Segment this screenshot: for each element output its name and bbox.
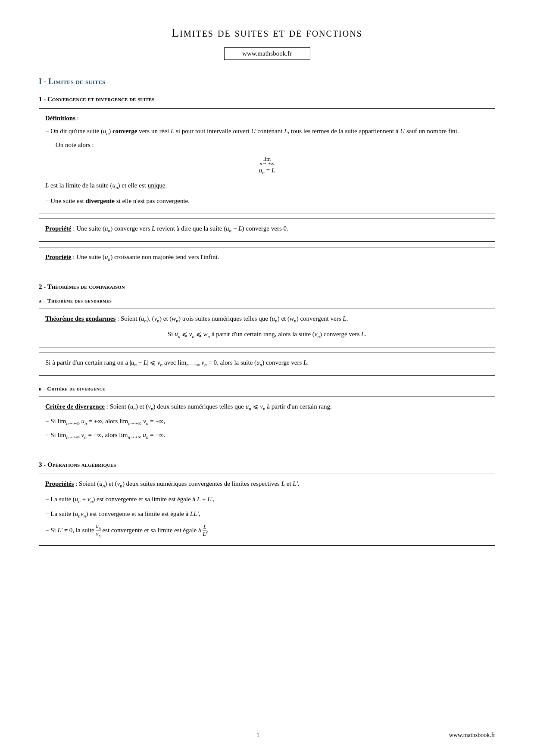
def-note: On note alors : <box>56 140 489 150</box>
section-1-title: I - Limites de suites <box>39 77 495 86</box>
subsection-3: 3 - Opérations algébriques Propriétés : … <box>39 461 495 546</box>
main-title: Limites de suites et de fonctions <box>39 26 495 40</box>
website-link[interactable]: www.mathsbook.fr <box>224 47 310 60</box>
gendarmes-box: Théorème des gendarmes : Soient (un), (v… <box>39 309 495 347</box>
operations-label: Propriétés <box>45 480 74 487</box>
gendarmes-header: Théorème des gendarmes : Soient (un), (v… <box>45 313 489 325</box>
prop2-text: Propriété : Une suite (un) croissante no… <box>45 252 489 263</box>
op-prop-b: − La suite (unvn) est convergente et sa … <box>45 509 489 520</box>
subsubsection-b-title: b - Critère de divergence <box>39 385 495 392</box>
divergence-header: Critère de divergence : Soient (un) et (… <box>45 401 489 412</box>
prop1-label: Propriété <box>45 225 72 232</box>
footer-website: www.mathsbook.fr <box>449 732 495 739</box>
operations-box: Propriétés : Soient (un) et (vn) deux su… <box>39 474 495 546</box>
prop2-label: Propriété <box>45 253 72 260</box>
subsection-2-title: 2 - Théorèmes de comparaison <box>39 283 495 291</box>
gendarmes-body1: Si un ⩽ vn ⩽ wn à partir d'un certain ra… <box>45 329 489 340</box>
divergence-crit2: − Si limn→+∞ vn = −∞, alors limn→+∞ un =… <box>45 430 489 441</box>
prop2-box: Propriété : Une suite (un) croissante no… <box>39 247 495 270</box>
divergence-box: Critère de divergence : Soient (un) et (… <box>39 397 495 448</box>
subsection-1-title: 1 - Convergence et divergence de suites <box>39 96 495 103</box>
prop1-box: Propriété : Une suite (un) converge vers… <box>39 219 495 242</box>
gendarmes-body2: Si à partir d'un certain rang on a |un −… <box>45 357 489 369</box>
definitions-header: Définitions : <box>45 113 489 123</box>
footer-page: 1 <box>256 732 259 739</box>
subsubsection-a-title: a - Théorème des gendarmes <box>39 297 495 304</box>
footer: placeholder 1 www.mathsbook.fr <box>0 732 534 739</box>
subsection-3-title: 3 - Opérations algébriques <box>39 461 495 469</box>
op-prop-c: − Si L′ ≠ 0, la suite un vn est converge… <box>45 523 489 538</box>
gendarmes-label: Théorème des gendarmes <box>45 315 116 322</box>
subsubsection-a: a - Théorème des gendarmes Théorème des … <box>39 297 495 376</box>
def-uniqueness: L est la limite de la suite (un) et elle… <box>45 180 489 191</box>
definitions-box: Définitions : − On dit qu'une suite (un)… <box>39 108 495 213</box>
divergence-crit1: − Si limn→+∞ un = +∞, alors limn→+∞ vn =… <box>45 416 489 427</box>
subsection-2: 2 - Théorèmes de comparaison a - Théorèm… <box>39 283 495 448</box>
def-convergence: − On dit qu'une suite (un) converge vers… <box>45 126 489 137</box>
definitions-label: Définitions <box>45 115 75 122</box>
section-1: I - Limites de suites 1 - Convergence et… <box>39 77 495 546</box>
gendarmes-box2: Si à partir d'un certain rang on a |un −… <box>39 353 495 376</box>
subsection-1: 1 - Convergence et divergence de suites … <box>39 96 495 270</box>
op-prop-a: − La suite (un + vn) est convergente et … <box>45 494 489 505</box>
limit-formula: lim n→ +∞ un = L <box>45 155 489 175</box>
def-divergence: − Une suite est divergente si elle n'est… <box>45 196 489 206</box>
subsubsection-b: b - Critère de divergence Critère de div… <box>39 385 495 448</box>
divergence-label: Critère de divergence <box>45 403 105 410</box>
operations-header: Propriétés : Soient (un) et (vn) deux su… <box>45 478 489 490</box>
prop1-text: Propriété : Une suite (un) converge vers… <box>45 223 489 234</box>
